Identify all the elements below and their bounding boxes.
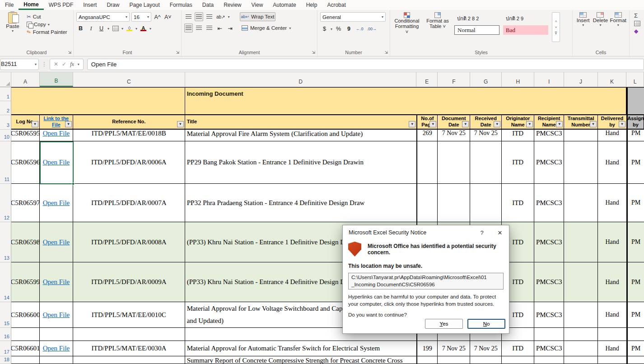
col-header-link-to-the-file[interactable]: Link to the File▾ — [40, 115, 73, 130]
col-header-document-date[interactable]: Document Date▾ — [438, 115, 470, 130]
row-header-14[interactable]: 14 — [0, 262, 11, 302]
banner-cell-left[interactable] — [11, 87, 185, 115]
sheet-banner-title[interactable]: Incoming Document — [185, 87, 626, 115]
cell-11-L[interactable]: PM — [626, 141, 644, 184]
tab-automate[interactable]: Automate — [268, 0, 301, 10]
column-header-D[interactable]: D — [185, 72, 417, 87]
cell-18-H[interactable] — [502, 356, 534, 364]
cell-15-C[interactable]: ITD/PPL5/MAT/EE/0010C — [73, 302, 185, 328]
col-header-transmittal-number[interactable]: Transmittal Number▾ — [564, 115, 598, 130]
font-dialog-launcher[interactable]: ⇲ — [176, 50, 179, 55]
cell-18-A[interactable] — [11, 356, 40, 364]
column-header-G[interactable]: G — [470, 72, 502, 87]
tab-acrobat[interactable]: Acrobat — [322, 0, 350, 10]
cell-13-A[interactable]: C5R06598 — [11, 222, 40, 262]
style-chip-bad[interactable]: Bad — [503, 25, 548, 35]
open-file-link[interactable]: Open File — [43, 278, 70, 286]
fill-color-button[interactable]: ◊ — [125, 24, 134, 33]
cell-11-E[interactable] — [416, 141, 438, 184]
format-as-table-button[interactable]: Format as Table ˅ — [425, 12, 451, 29]
chevron-down-icon[interactable]: ▾ — [78, 62, 79, 66]
column-header-L[interactable]: L — [626, 72, 644, 87]
cell-17-D[interactable]: Material Approval for Automatic Transfer… — [185, 341, 417, 356]
increase-indent-button[interactable]: ⇥ — [226, 23, 234, 33]
cell-12-E[interactable] — [416, 184, 438, 222]
gallery-down-icon[interactable]: ˅ — [555, 25, 557, 29]
tab-wps-pdf[interactable]: WPS PDF — [44, 0, 79, 10]
cell-17-G[interactable]: 7 Nov 25 — [470, 341, 502, 356]
column-header-A[interactable]: A — [11, 72, 40, 87]
wrap-text-button[interactable]: ab↩ Wrap Text — [240, 12, 276, 21]
cell-17-K[interactable]: Hand — [598, 341, 626, 356]
col-header-title[interactable]: Title▾ — [185, 115, 417, 130]
delete-cells-button[interactable]: Delete ▾ — [593, 12, 608, 27]
column-header-F[interactable]: F — [438, 72, 470, 87]
cell-12-I[interactable]: PMCSC3 — [534, 184, 564, 222]
align-middle-button[interactable] — [195, 12, 203, 21]
cell-17-E[interactable]: 199 — [416, 341, 438, 356]
cell-10-L[interactable]: PM — [626, 130, 644, 141]
cell-17-H[interactable]: ITD — [502, 341, 534, 356]
style-chip-1[interactable]: ปกติ 2 8 2 — [454, 14, 499, 23]
cell-16-I[interactable] — [534, 328, 564, 341]
cell-10-C[interactable]: ITD/PPL5/MAT/EE/0018B — [73, 130, 185, 141]
column-header-H[interactable]: H — [502, 72, 534, 87]
dialog-help-button[interactable]: ? — [473, 225, 491, 240]
filter-dropdown-icon[interactable]: ▾ — [429, 121, 436, 127]
yes-button[interactable]: Yes — [425, 319, 463, 329]
col-header-log-no-[interactable]: Log No.▾ — [11, 115, 40, 130]
cell-18-B[interactable] — [40, 356, 73, 364]
style-chip-2[interactable]: ปกติ 2 9 — [503, 14, 548, 23]
name-box-splitter[interactable]: ⋮ — [42, 61, 47, 67]
filter-dropdown-icon[interactable]: ▾ — [32, 121, 38, 127]
cell-12-A[interactable]: C5R06597 — [11, 184, 40, 222]
row-header-2[interactable]: 2 — [0, 101, 11, 115]
borders-button[interactable] — [111, 24, 120, 33]
cell-10-D[interactable]: Material Approval Fire Alarm System (Cla… — [185, 130, 417, 141]
cell-17-F[interactable]: 7 Nov 25 — [438, 341, 470, 356]
cell-10-K[interactable]: Hand — [598, 130, 626, 141]
cell-11-B[interactable]: Open File — [40, 141, 73, 184]
cell-10-I[interactable]: PMCSC3 — [534, 130, 564, 141]
number-dialog-launcher[interactable]: ⇲ — [384, 50, 388, 55]
column-header-B[interactable]: B — [40, 72, 73, 87]
paste-button[interactable]: Paste ▾ — [3, 12, 23, 36]
gallery-more-icon[interactable]: ⊽ — [555, 31, 557, 35]
column-header-E[interactable]: E — [416, 72, 438, 87]
alignment-dialog-launcher[interactable]: ⇲ — [312, 50, 315, 55]
accounting-format-button[interactable]: $ — [320, 24, 329, 33]
filter-dropdown-icon[interactable]: ▾ — [409, 121, 415, 127]
cell-12-B[interactable]: Open File — [40, 184, 73, 222]
cell-10-J[interactable] — [564, 130, 598, 141]
tab-view[interactable]: View — [247, 0, 268, 10]
cell-12-C[interactable]: ITD/PPL5/DFD/AR/0007A — [73, 184, 185, 222]
cell-18-F[interactable] — [438, 356, 470, 364]
decrease-decimal-button[interactable]: .00→ — [366, 24, 378, 33]
cell-14-K[interactable]: Hand — [598, 262, 626, 302]
select-all-corner[interactable] — [0, 72, 11, 87]
tab-file[interactable]: File — [0, 0, 19, 10]
formula-input[interactable]: Open File — [87, 59, 644, 70]
cell-16-K[interactable] — [598, 328, 626, 341]
tab-insert[interactable]: Insert — [78, 0, 102, 10]
cell-12-D[interactable]: PP32 Phra Pradaeng Station - Entrance 4 … — [185, 184, 417, 222]
cell-18-J[interactable] — [564, 356, 598, 364]
font-color-button[interactable]: A — [139, 24, 148, 33]
row-header-12[interactable]: 12 — [0, 184, 11, 222]
col-header-reference-no-[interactable]: Reference No.▾ — [73, 115, 185, 130]
shrink-font-button[interactable]: A˅ — [163, 13, 173, 22]
font-size-combo[interactable]: 16 ▾ — [131, 12, 151, 22]
tab-draw[interactable]: Draw — [102, 0, 124, 10]
cell-17-J[interactable] — [564, 341, 598, 356]
open-file-link[interactable]: Open File — [43, 199, 70, 207]
cell-17-A[interactable]: C5R06601 — [11, 341, 40, 356]
format-cells-button[interactable]: Format ▾ — [610, 12, 626, 27]
enter-icon[interactable]: ✓ — [62, 61, 66, 67]
cell-10-G[interactable]: 7 Nov 25 — [470, 130, 502, 141]
italic-button[interactable]: I — [87, 24, 95, 33]
cell-13-L[interactable]: PM — [626, 222, 644, 262]
row-header-17[interactable]: 17 — [0, 341, 11, 356]
cell-11-F[interactable] — [438, 141, 470, 184]
cell-12-L[interactable]: PM — [626, 184, 644, 222]
open-file-link[interactable]: Open File — [43, 159, 70, 166]
